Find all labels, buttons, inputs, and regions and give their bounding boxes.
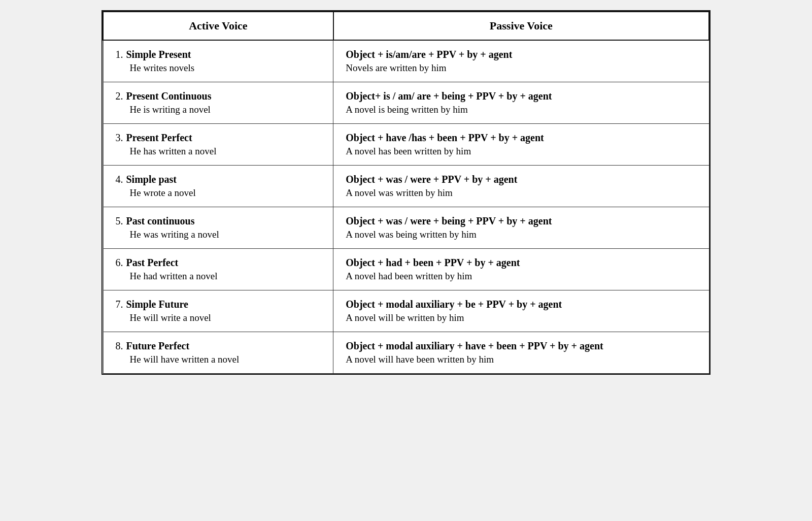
table-row: 2.Present ContinuousHe is writing a nove…: [103, 82, 709, 124]
tense-name-7: Simple Future: [126, 299, 188, 310]
table-row: 3.Present PerfectHe has written a novelO…: [103, 124, 709, 166]
active-example-8: He will have written a novel: [116, 354, 321, 365]
passive-cell-6: Object + had + been + PPV + by + agentA …: [333, 249, 709, 290]
tense-number-7: 7.: [116, 299, 123, 310]
passive-formula-6: Object + had + been + PPV + by + agent: [346, 257, 696, 269]
passive-formula-5: Object + was / were + being + PPV + by +…: [346, 215, 696, 227]
active-example-7: He will write a novel: [116, 312, 321, 323]
tense-number-4: 4.: [116, 174, 123, 185]
passive-example-6: A novel had been written by him: [346, 271, 696, 282]
passive-example-5: A novel was being written by him: [346, 229, 696, 240]
passive-cell-1: Object + is/am/are + PPV + by + agentNov…: [333, 40, 709, 82]
active-example-1: He writes novels: [116, 62, 321, 74]
tense-name-4: Simple past: [126, 174, 177, 185]
passive-formula-8: Object + modal auxiliary + have + been +…: [346, 340, 696, 352]
table-row: 7.Simple FutureHe will write a novelObje…: [103, 290, 709, 332]
passive-formula-3: Object + have /has + been + PPV + by + a…: [346, 132, 696, 144]
passive-formula-2: Object+ is / am/ are + being + PPV + by …: [346, 90, 696, 102]
tense-name-6: Past Perfect: [126, 257, 179, 269]
passive-voice-header: Passive Voice: [333, 12, 709, 40]
passive-formula-4: Object + was / were + PPV + by + agent: [346, 174, 696, 185]
active-example-4: He wrote a novel: [116, 187, 321, 199]
passive-cell-8: Object + modal auxiliary + have + been +…: [333, 332, 709, 374]
table-row: 1.Simple PresentHe writes novelsObject +…: [103, 40, 709, 82]
table-row: 8.Future PerfectHe will have written a n…: [103, 332, 709, 374]
active-voice-header: Active Voice: [103, 12, 333, 40]
tense-name-5: Past continuous: [126, 215, 195, 227]
passive-example-8: A novel will have been written by him: [346, 354, 696, 365]
active-cell-4: 4.Simple pastHe wrote a novel: [103, 166, 333, 207]
passive-example-2: A novel is being written by him: [346, 104, 696, 115]
passive-example-1: Novels are written by him: [346, 62, 696, 74]
active-cell-8: 8.Future PerfectHe will have written a n…: [103, 332, 333, 374]
active-example-5: He was writing a novel: [116, 229, 321, 240]
passive-formula-7: Object + modal auxiliary + be + PPV + by…: [346, 299, 696, 310]
active-example-6: He had written a novel: [116, 271, 321, 282]
passive-cell-4: Object + was / were + PPV + by + agentA …: [333, 166, 709, 207]
active-cell-7: 7.Simple FutureHe will write a novel: [103, 290, 333, 332]
passive-cell-7: Object + modal auxiliary + be + PPV + by…: [333, 290, 709, 332]
active-cell-2: 2.Present ContinuousHe is writing a nove…: [103, 82, 333, 124]
active-cell-6: 6.Past PerfectHe had written a novel: [103, 249, 333, 290]
passive-example-4: A novel was written by him: [346, 187, 696, 199]
table-row: 6.Past PerfectHe had written a novelObje…: [103, 249, 709, 290]
tense-number-3: 3.: [116, 132, 123, 144]
tense-number-6: 6.: [116, 257, 123, 269]
passive-formula-1: Object + is/am/are + PPV + by + agent: [346, 49, 696, 60]
tense-number-1: 1.: [116, 49, 123, 60]
tense-name-2: Present Continuous: [126, 90, 212, 102]
grammar-table: Active Voice Passive Voice 1.Simple Pres…: [101, 10, 710, 375]
active-cell-5: 5.Past continuousHe was writing a novel: [103, 207, 333, 249]
tense-number-8: 8.: [116, 340, 123, 352]
tense-number-2: 2.: [116, 90, 123, 102]
table-row: 4.Simple pastHe wrote a novelObject + wa…: [103, 166, 709, 207]
tense-number-5: 5.: [116, 215, 123, 227]
active-example-2: He is writing a novel: [116, 104, 321, 115]
passive-example-7: A novel will be written by him: [346, 312, 696, 323]
tense-name-8: Future Perfect: [126, 340, 190, 352]
active-cell-3: 3.Present PerfectHe has written a novel: [103, 124, 333, 166]
passive-example-3: A novel has been written by him: [346, 146, 696, 157]
passive-cell-3: Object + have /has + been + PPV + by + a…: [333, 124, 709, 166]
passive-cell-5: Object + was / were + being + PPV + by +…: [333, 207, 709, 249]
active-cell-1: 1.Simple PresentHe writes novels: [103, 40, 333, 82]
passive-cell-2: Object+ is / am/ are + being + PPV + by …: [333, 82, 709, 124]
active-example-3: He has written a novel: [116, 146, 321, 157]
tense-name-1: Simple Present: [126, 49, 191, 60]
table-row: 5.Past continuousHe was writing a novelO…: [103, 207, 709, 249]
tense-name-3: Present Perfect: [126, 132, 192, 144]
